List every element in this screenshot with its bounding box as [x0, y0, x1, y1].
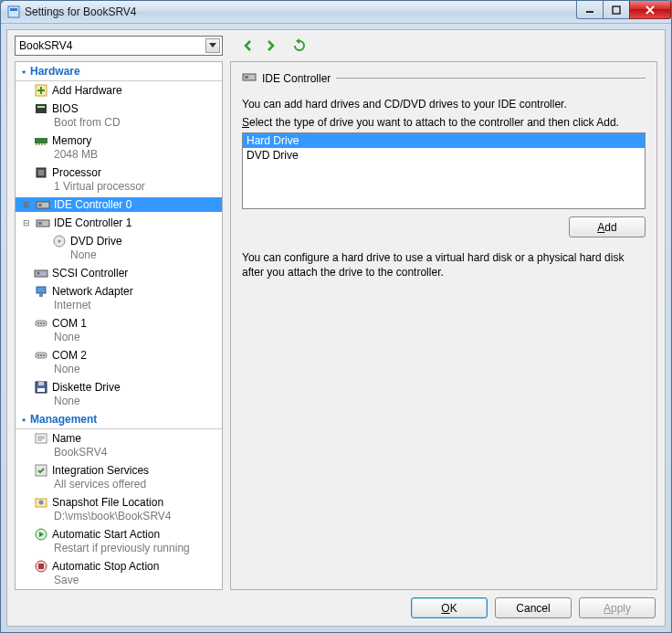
window-title: Settings for BookSRV4: [25, 5, 577, 18]
header-divider: [336, 78, 646, 79]
svg-rect-33: [38, 382, 44, 385]
tree-item[interactable]: DVD DriveNone: [16, 232, 222, 264]
tree-item-label: Memory: [52, 134, 91, 147]
add-button[interactable]: Add: [569, 216, 646, 237]
tree-item[interactable]: COM 1None: [16, 314, 222, 346]
svg-rect-1: [10, 8, 17, 11]
settings-window: Settings for BookSRV4 BookSRV4 ⋆ Hardw: [0, 0, 672, 633]
hardware-category-header[interactable]: ⋆ Hardware: [16, 62, 222, 81]
svg-rect-5: [36, 104, 47, 113]
hardware-tree[interactable]: ⋆ Hardware Add HardwareBIOSBoot from CDM…: [15, 61, 223, 590]
minimize-button[interactable]: [576, 1, 604, 19]
drive-type-list[interactable]: Hard DriveDVD Drive: [242, 132, 646, 209]
collapse-icon[interactable]: ⊟: [21, 218, 32, 227]
svg-point-31: [43, 354, 45, 356]
svg-rect-22: [37, 287, 46, 293]
cpu-icon: [34, 165, 48, 180]
net-icon: [34, 284, 48, 299]
drive-type-item[interactable]: Hard Drive: [243, 133, 645, 148]
tree-item[interactable]: Automatic Start ActionRestart if previou…: [16, 525, 222, 557]
tree-item-label: Add Hardware: [52, 84, 122, 97]
tree-item-subtext: Internet: [16, 299, 222, 312]
tree-item[interactable]: Integration ServicesAll services offered: [16, 461, 222, 493]
svg-rect-17: [38, 222, 42, 225]
svg-rect-41: [38, 564, 44, 569]
svg-point-26: [40, 322, 42, 324]
mem-icon: [34, 133, 48, 148]
ide-controller-icon: [242, 69, 257, 87]
tree-item-label: Processor: [52, 166, 101, 179]
svg-point-38: [39, 501, 44, 505]
management-category-header[interactable]: ⋆ Management: [16, 410, 222, 429]
ok-button[interactable]: OK: [411, 597, 488, 618]
svg-point-21: [37, 272, 40, 275]
integ-icon: [34, 463, 48, 478]
ide-icon: [36, 197, 50, 212]
toolbar: BookSRV4: [15, 36, 657, 56]
stop-icon: [34, 559, 48, 574]
svg-rect-43: [245, 76, 248, 79]
cancel-button[interactable]: Cancel: [495, 597, 572, 618]
start-icon: [34, 527, 48, 542]
add-icon: [34, 83, 48, 98]
details-pane: IDE Controller You can add hard drives a…: [230, 61, 657, 590]
tree-item[interactable]: SCSI Controller: [16, 264, 222, 282]
titlebar: Settings for BookSRV4: [1, 1, 671, 24]
floppy-icon: [34, 380, 48, 395]
tree-item[interactable]: Network AdapterInternet: [16, 282, 222, 314]
refresh-icon[interactable]: [290, 37, 309, 55]
drive-type-item[interactable]: DVD Drive: [243, 148, 645, 163]
vm-selector-combo[interactable]: BookSRV4: [15, 36, 223, 56]
tree-item-label: DVD Drive: [70, 235, 122, 248]
pane-hint: You can configure a hard drive to use a …: [242, 250, 646, 280]
tree-item[interactable]: Memory2048 MB: [16, 132, 222, 164]
tree-item-label: BIOS: [52, 102, 79, 115]
tree-item[interactable]: Automatic Stop ActionSave: [16, 557, 222, 589]
tree-item-subtext: Boot from CD: [16, 116, 222, 130]
chevron-down-icon: [205, 38, 220, 53]
tree-item[interactable]: COM 2None: [16, 346, 222, 378]
tree-item-label: IDE Controller 1: [54, 216, 131, 229]
tree-item[interactable]: Add Hardware: [16, 81, 222, 100]
tree-item-label: Integration Services: [52, 464, 149, 477]
tree-item[interactable]: ⊞IDE Controller 0: [16, 195, 222, 214]
tree-item-label: Automatic Start Action: [52, 528, 160, 541]
tree-item[interactable]: ⊟IDE Controller 1: [16, 214, 222, 232]
close-button[interactable]: [629, 1, 671, 19]
pane-instruction: Select the type of drive you want to att…: [242, 116, 646, 129]
tree-item-subtext: BookSRV4: [16, 446, 222, 459]
svg-point-29: [37, 354, 39, 356]
tree-item-subtext: D:\vms\book\BookSRV4: [16, 510, 222, 523]
nav-back-icon[interactable]: [239, 37, 257, 55]
svg-point-25: [37, 322, 39, 324]
tree-item-label: Automatic Stop Action: [52, 560, 159, 573]
tree-item-subtext: Restart if previously running: [16, 542, 222, 555]
svg-rect-7: [35, 138, 47, 143]
pane-description: You can add hard drives and CD/DVD drive…: [242, 98, 646, 111]
svg-rect-2: [586, 11, 593, 13]
dvd-icon: [52, 234, 67, 248]
bios-icon: [34, 101, 48, 116]
svg-rect-9: [38, 143, 40, 145]
tree-item[interactable]: Snapshot File LocationD:\vms\book\BookSR…: [16, 493, 222, 525]
collapse-icon: ⋆: [21, 415, 26, 425]
tree-item[interactable]: Processor1 Virtual processor: [16, 164, 222, 195]
svg-point-27: [43, 322, 45, 324]
tree-item[interactable]: Diskette DriveNone: [16, 378, 222, 410]
maximize-button[interactable]: [603, 1, 630, 19]
nav-forward-icon[interactable]: [261, 37, 279, 55]
svg-rect-20: [35, 270, 47, 277]
snap-icon: [34, 495, 48, 510]
collapse-icon: ⋆: [21, 67, 26, 77]
ide-icon: [36, 216, 50, 230]
tree-item[interactable]: NameBookSRV4: [16, 429, 222, 461]
tree-item-subtext: 1 Virtual processor: [16, 180, 222, 194]
tree-item[interactable]: BIOSBoot from CD: [16, 100, 222, 132]
apply-button[interactable]: Apply: [579, 597, 656, 618]
tree-item-label: IDE Controller 0: [54, 198, 131, 211]
svg-rect-23: [39, 293, 43, 297]
expand-icon[interactable]: ⊞: [21, 200, 32, 209]
svg-rect-11: [44, 143, 46, 145]
svg-point-19: [58, 240, 61, 243]
vm-selector-value: BookSRV4: [19, 39, 72, 52]
